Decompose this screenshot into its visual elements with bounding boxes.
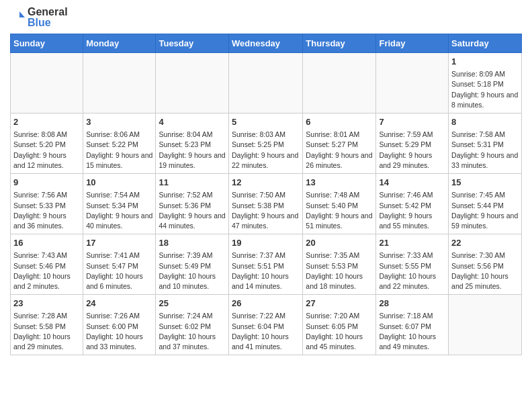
calendar-cell: 6Sunrise: 8:01 AMSunset: 5:27 PMDaylight… — [303, 113, 376, 174]
day-info: Sunrise: 7:35 AMSunset: 5:53 PMDaylight:… — [306, 250, 373, 291]
day-info: Sunrise: 7:45 AMSunset: 5:44 PMDaylight:… — [451, 190, 519, 231]
calendar-cell: 20Sunrise: 7:35 AMSunset: 5:53 PMDayligh… — [303, 234, 376, 295]
day-number: 26 — [232, 298, 300, 310]
calendar-cell: 17Sunrise: 7:41 AMSunset: 5:47 PMDayligh… — [83, 234, 156, 295]
calendar-cell — [11, 53, 83, 113]
day-number: 14 — [379, 177, 445, 189]
logo-general-text: General — [28, 7, 68, 17]
day-number: 5 — [232, 116, 300, 128]
calendar-cell: 5Sunrise: 8:03 AMSunset: 5:25 PMDaylight… — [229, 113, 303, 174]
day-info: Sunrise: 7:22 AMSunset: 6:04 PMDaylight:… — [232, 311, 300, 352]
calendar-cell: 13Sunrise: 7:48 AMSunset: 5:40 PMDayligh… — [303, 174, 376, 234]
calendar-cell: 15Sunrise: 7:45 AMSunset: 5:44 PMDayligh… — [449, 174, 522, 234]
day-info: Sunrise: 7:18 AMSunset: 6:07 PMDaylight:… — [379, 311, 445, 352]
day-info: Sunrise: 7:39 AMSunset: 5:49 PMDaylight:… — [159, 250, 226, 291]
day-info: Sunrise: 7:58 AMSunset: 5:31 PMDaylight:… — [451, 130, 519, 171]
day-number: 8 — [451, 116, 519, 128]
day-number: 15 — [451, 177, 519, 189]
calendar-cell: 23Sunrise: 7:28 AMSunset: 5:58 PMDayligh… — [11, 295, 83, 355]
day-info: Sunrise: 7:56 AMSunset: 5:33 PMDaylight:… — [13, 190, 80, 231]
svg-marker-0 — [19, 11, 25, 17]
calendar-cell: 14Sunrise: 7:46 AMSunset: 5:42 PMDayligh… — [376, 174, 449, 234]
calendar-cell — [449, 295, 522, 355]
day-number: 9 — [13, 177, 80, 189]
day-number: 21 — [379, 237, 445, 249]
day-info: Sunrise: 8:01 AMSunset: 5:27 PMDaylight:… — [306, 130, 373, 171]
calendar-cell: 19Sunrise: 7:37 AMSunset: 5:51 PMDayligh… — [229, 234, 303, 295]
calendar-cell: 9Sunrise: 7:56 AMSunset: 5:33 PMDaylight… — [11, 174, 83, 234]
day-info: Sunrise: 7:30 AMSunset: 5:56 PMDaylight:… — [451, 250, 519, 291]
day-number: 19 — [232, 237, 300, 249]
calendar-cell: 8Sunrise: 7:58 AMSunset: 5:31 PMDaylight… — [449, 113, 522, 174]
day-number: 11 — [159, 177, 226, 189]
logo-blue-text: Blue — [28, 17, 68, 28]
calendar-cell — [229, 53, 303, 113]
calendar-cell — [376, 53, 449, 113]
calendar-cell: 21Sunrise: 7:33 AMSunset: 5:55 PMDayligh… — [376, 234, 449, 295]
calendar-cell: 26Sunrise: 7:22 AMSunset: 6:04 PMDayligh… — [229, 295, 303, 355]
day-number: 4 — [159, 116, 226, 128]
col-header-tuesday: Tuesday — [156, 34, 229, 53]
day-info: Sunrise: 7:43 AMSunset: 5:46 PMDaylight:… — [13, 250, 80, 291]
calendar-week-5: 23Sunrise: 7:28 AMSunset: 5:58 PMDayligh… — [11, 295, 522, 355]
day-number: 20 — [306, 237, 373, 249]
day-number: 25 — [159, 298, 226, 310]
day-info: Sunrise: 7:28 AMSunset: 5:58 PMDaylight:… — [13, 311, 80, 352]
day-info: Sunrise: 8:06 AMSunset: 5:22 PMDaylight:… — [86, 130, 152, 171]
day-number: 27 — [306, 298, 373, 310]
col-header-thursday: Thursday — [303, 34, 376, 53]
day-number: 28 — [379, 298, 445, 310]
day-info: Sunrise: 8:04 AMSunset: 5:23 PMDaylight:… — [159, 130, 226, 171]
calendar-week-2: 2Sunrise: 8:08 AMSunset: 5:20 PMDaylight… — [11, 113, 522, 174]
day-info: Sunrise: 7:52 AMSunset: 5:36 PMDaylight:… — [159, 190, 226, 231]
calendar-cell — [303, 53, 376, 113]
col-header-saturday: Saturday — [449, 34, 522, 53]
calendar-week-1: 1Sunrise: 8:09 AMSunset: 5:18 PMDaylight… — [11, 53, 522, 113]
day-number: 23 — [13, 298, 80, 310]
day-info: Sunrise: 8:08 AMSunset: 5:20 PMDaylight:… — [13, 130, 80, 171]
calendar-cell: 11Sunrise: 7:52 AMSunset: 5:36 PMDayligh… — [156, 174, 229, 234]
calendar-cell: 25Sunrise: 7:24 AMSunset: 6:02 PMDayligh… — [156, 295, 229, 355]
calendar-cell: 4Sunrise: 8:04 AMSunset: 5:23 PMDaylight… — [156, 113, 229, 174]
day-number: 2 — [13, 116, 80, 128]
day-number: 1 — [451, 56, 519, 68]
calendar-cell: 27Sunrise: 7:20 AMSunset: 6:05 PMDayligh… — [303, 295, 376, 355]
day-info: Sunrise: 8:03 AMSunset: 5:25 PMDaylight:… — [232, 130, 300, 171]
day-info: Sunrise: 7:20 AMSunset: 6:05 PMDaylight:… — [306, 311, 373, 352]
calendar-cell: 18Sunrise: 7:39 AMSunset: 5:49 PMDayligh… — [156, 234, 229, 295]
calendar-week-3: 9Sunrise: 7:56 AMSunset: 5:33 PMDaylight… — [11, 174, 522, 234]
day-info: Sunrise: 7:50 AMSunset: 5:38 PMDaylight:… — [232, 190, 300, 231]
calendar-cell: 12Sunrise: 7:50 AMSunset: 5:38 PMDayligh… — [229, 174, 303, 234]
day-number: 3 — [86, 116, 152, 128]
calendar-table: SundayMondayTuesdayWednesdayThursdayFrid… — [10, 34, 522, 355]
day-number: 17 — [86, 237, 152, 249]
logo-svg — [10, 10, 25, 25]
day-info: Sunrise: 7:54 AMSunset: 5:34 PMDaylight:… — [86, 190, 152, 231]
day-number: 13 — [306, 177, 373, 189]
calendar-cell: 10Sunrise: 7:54 AMSunset: 5:34 PMDayligh… — [83, 174, 156, 234]
calendar-cell: 1Sunrise: 8:09 AMSunset: 5:18 PMDaylight… — [449, 53, 522, 113]
day-number: 6 — [306, 116, 373, 128]
page: General Blue SundayMondayTuesdayWednesda… — [0, 0, 532, 411]
day-number: 18 — [159, 237, 226, 249]
day-info: Sunrise: 7:37 AMSunset: 5:51 PMDaylight:… — [232, 250, 300, 291]
day-number: 12 — [232, 177, 300, 189]
calendar-cell — [156, 53, 229, 113]
day-number: 16 — [13, 237, 80, 249]
calendar-cell — [83, 53, 156, 113]
header: General Blue — [10, 7, 522, 28]
day-number: 10 — [86, 177, 152, 189]
day-info: Sunrise: 7:24 AMSunset: 6:02 PMDaylight:… — [159, 311, 226, 352]
day-info: Sunrise: 7:46 AMSunset: 5:42 PMDaylight:… — [379, 190, 445, 231]
calendar-header-row: SundayMondayTuesdayWednesdayThursdayFrid… — [11, 34, 522, 53]
day-info: Sunrise: 7:48 AMSunset: 5:40 PMDaylight:… — [306, 190, 373, 231]
day-info: Sunrise: 7:33 AMSunset: 5:55 PMDaylight:… — [379, 250, 445, 291]
calendar-cell: 2Sunrise: 8:08 AMSunset: 5:20 PMDaylight… — [11, 113, 83, 174]
calendar-cell: 7Sunrise: 7:59 AMSunset: 5:29 PMDaylight… — [376, 113, 449, 174]
day-number: 24 — [86, 298, 152, 310]
calendar-cell: 28Sunrise: 7:18 AMSunset: 6:07 PMDayligh… — [376, 295, 449, 355]
col-header-friday: Friday — [376, 34, 449, 53]
col-header-monday: Monday — [83, 34, 156, 53]
calendar-cell: 24Sunrise: 7:26 AMSunset: 6:00 PMDayligh… — [83, 295, 156, 355]
day-info: Sunrise: 7:59 AMSunset: 5:29 PMDaylight:… — [379, 130, 445, 171]
